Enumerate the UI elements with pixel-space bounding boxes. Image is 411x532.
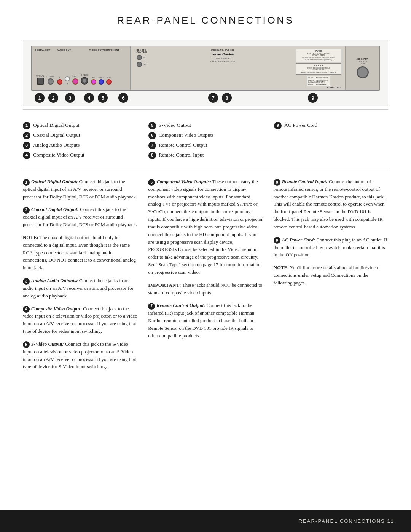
desc-3: 3Analog Audio Outputs: Connect these jac… [23, 277, 137, 300]
desc-label-3: Analog Audio Outputs: [31, 278, 78, 283]
important-label: IMPORTANT: [148, 283, 181, 288]
legend-bullet-9: 9 [274, 122, 282, 129]
desc-num-7: 7 [148, 303, 155, 310]
desc-col-3: 8Remote Control Input: Connect the outpu… [274, 178, 388, 376]
legend-bullet-5: 5 [148, 122, 156, 129]
video-out-label: VIDEO OUT/COMPONENT [89, 49, 119, 51]
desc-num-3: 3 [23, 278, 30, 285]
desc-num-1: 1 [23, 179, 30, 186]
desc-6: 6Component Video Outputs: These outputs … [148, 178, 263, 276]
callout-2: 2 [48, 93, 58, 103]
desc-num-6: 6 [148, 179, 155, 186]
callout-9: 9 [308, 93, 318, 103]
legend-bullet-3: 3 [23, 142, 30, 149]
desc-label-5: S-Video Output: [31, 342, 64, 347]
legend-item-2: 2 Coaxial Digital Output [23, 131, 137, 139]
legend-label-3: Analog Audio Outputs [33, 141, 80, 149]
legend-grid: 1 Optical Digital Output 2 Coaxial Digit… [0, 113, 411, 165]
callout-8: 8 [222, 93, 232, 103]
legend-label-8: Remote Control Input [159, 151, 204, 159]
legend-label-2: Coaxial Digital Output [33, 131, 80, 139]
callout-5: 5 [98, 93, 108, 103]
desc-important: IMPORTANT: These jacks should NOT be con… [148, 282, 263, 297]
desc-1: 1Optical Digital Output: Connect this ja… [23, 178, 137, 201]
desc-label-1: Optical Digital Output: [31, 179, 78, 184]
desc-label-4: Composite Video Output: [31, 306, 82, 312]
panel-left: DIGITAL OUT AUDIO OUT VIDEO OUT/COMPONEN… [32, 46, 131, 90]
legend-label-6: Component Video Outputs [159, 131, 213, 139]
legend-bullet-8: 8 [148, 152, 156, 159]
audio-out-label: AUDIO OUT [57, 49, 71, 51]
legend-item-5: 5 S-Video Output [148, 121, 263, 129]
legend-bullet-6: 6 [148, 132, 156, 139]
callout-4: 4 [84, 93, 94, 103]
desc-label-2: Coaxial Digital Output: [31, 207, 79, 212]
desc-8: 8Remote Control Input: Connect the outpu… [274, 178, 388, 231]
legend-label-9: AC Power Cord [284, 121, 317, 129]
desc-label-8: Remote Control Input: [282, 179, 328, 184]
callout-6: 6 [118, 93, 128, 103]
legend-bullet-4: 4 [23, 152, 30, 159]
footer-text: REAR-PANEL CONNECTIONS 11 [299, 518, 394, 524]
desc-num-2: 2 [23, 207, 30, 214]
panel-ac: AC INPUT 120V 60Hz20 W [345, 46, 379, 90]
callout-3: 3 [65, 93, 75, 103]
legend-item-7: 7 Remote Control Output [148, 141, 263, 149]
legend-bullet-1: 1 [23, 122, 30, 129]
page-footer: REAR-PANEL CONNECTIONS 11 [0, 510, 411, 532]
legend-item-3: 3 Analog Audio Outputs [23, 141, 137, 149]
legend-bullet-2: 2 [23, 132, 30, 139]
legend-item-4: 4 Composite Video Output [23, 151, 137, 159]
desc-label-6: Component Video Outputs: [156, 179, 211, 184]
device-panel-section: DIGITAL OUT AUDIO OUT VIDEO OUT/COMPONEN… [23, 40, 388, 106]
desc-5: 5S-Video Output: Connect this jack to th… [23, 341, 137, 371]
legend-label-7: Remote Control Output [159, 141, 207, 149]
note-label-2: NOTE: [274, 265, 289, 270]
desc-2: 2Coaxial Digital Output: Connect this ja… [23, 206, 137, 228]
legend-item-8: 8 Remote Control Input [148, 151, 263, 159]
digital-out-label: DIGITAL OUT [35, 49, 50, 51]
description-grid: 1Optical Digital Output: Connect this ja… [0, 171, 411, 380]
desc-label-9: AC Power Cord: [282, 237, 315, 243]
legend-item-9: 9 AC Power Cord [274, 121, 388, 129]
desc-7: 7Remote Control Output: Connect this jac… [148, 302, 263, 340]
desc-num-8: 8 [274, 179, 280, 186]
desc-4: 4Composite Video Output: Connect this ja… [23, 305, 137, 335]
legend-label-4: Composite Video Output [33, 151, 84, 159]
callout-1: 1 [35, 93, 45, 103]
desc-col-2: 6Component Video Outputs: These outputs … [148, 178, 263, 376]
ac-connector [357, 66, 369, 78]
desc-num-4: 4 [23, 306, 30, 313]
legend-label-5: S-Video Output [159, 121, 191, 129]
legend-label-1: Optical Digital Output [33, 121, 79, 129]
desc-note-1: NOTE: The coaxial digital output should … [23, 234, 137, 272]
page-title: REAR-PANEL CONNECTIONS [0, 0, 411, 33]
panel-top-labels: DIGITAL OUT AUDIO OUT VIDEO OUT/COMPONEN… [35, 49, 127, 51]
desc-label-7: Remote Control Output: [156, 303, 205, 308]
rear-panel-image: DIGITAL OUT AUDIO OUT VIDEO OUT/COMPONEN… [31, 46, 380, 91]
desc-num-5: 5 [23, 341, 30, 348]
desc-9: 9AC Power Cord: Connect this plug to an … [274, 236, 388, 259]
callout-7: 7 [208, 93, 218, 103]
legend-bullet-7: 7 [148, 142, 156, 149]
legend-item-1: 1 Optical Digital Output [23, 121, 137, 129]
divider [23, 109, 388, 110]
divider-2 [23, 168, 388, 169]
desc-col-1: 1Optical Digital Output: Connect this ja… [23, 178, 137, 376]
note-label-1: NOTE: [23, 235, 38, 240]
legend-item-6: 6 Component Video Outputs [148, 131, 263, 139]
desc-note-2: NOTE: You'll find more details about all… [274, 264, 388, 287]
desc-num-9: 9 [274, 237, 280, 244]
